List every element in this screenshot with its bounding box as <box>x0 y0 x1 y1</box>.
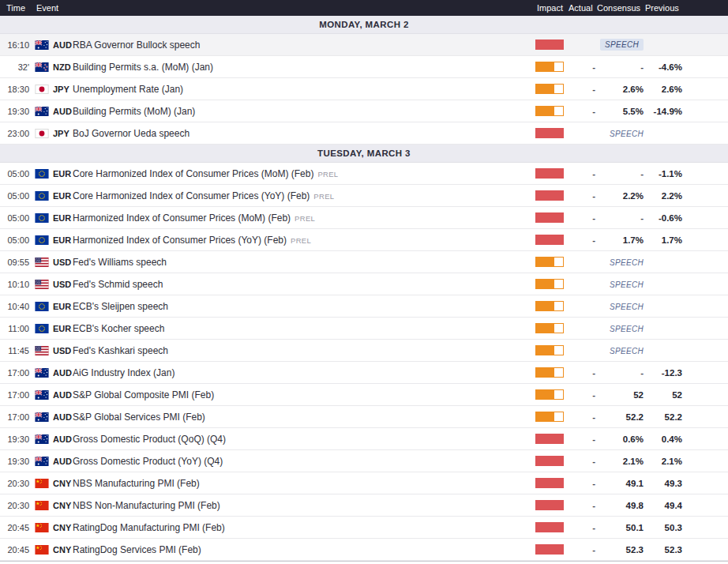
flag-icon-cny <box>35 479 49 488</box>
impact-cell <box>535 522 567 532</box>
event-time: 09:55 <box>0 258 35 267</box>
event-row[interactable]: 09:55USDFed's Williams speechSPEECH <box>0 251 728 273</box>
currency-cell: JPY <box>35 85 73 94</box>
impact-bar-high <box>535 478 564 488</box>
event-row[interactable]: 19:30AUDGross Domestic Product (YoY) (Q4… <box>0 450 728 472</box>
consensus-value: 2.2% <box>595 191 644 201</box>
event-row[interactable]: 11:45USDFed's Kashkari speechSPEECH <box>0 340 728 362</box>
event-time: 20:45 <box>0 545 35 555</box>
event-time: 17:00 <box>0 368 35 378</box>
event-name: Core Harmonized Index of Consumer Prices… <box>73 168 535 179</box>
event-row[interactable]: 20:30CNYNBS Manufacturing PMI (Feb)-49.1… <box>0 472 728 494</box>
currency-code: EUR <box>53 213 71 223</box>
impact-bar-medium <box>535 279 564 289</box>
flag-icon-eur <box>35 169 49 179</box>
currency-cell: EUR <box>35 213 73 223</box>
event-row[interactable]: 05:00EURHarmonized Index of Consumer Pri… <box>0 229 728 251</box>
event-row[interactable]: 16:10AUDRBA Governor Bullock speechSPEEC… <box>0 34 728 56</box>
event-row[interactable]: 20:30CNYNBS Non-Manufacturing PMI (Feb)-… <box>0 494 728 517</box>
event-name: Gross Domestic Product (QoQ) (Q4) <box>73 434 535 445</box>
event-time: 23:00 <box>0 129 35 138</box>
consensus-value: SPEECH <box>595 324 644 333</box>
previous-value: 49.4 <box>644 501 682 510</box>
flag-icon-eur <box>35 302 49 311</box>
flag-icon-aud <box>35 412 49 422</box>
currency-code: EUR <box>53 191 71 201</box>
event-row[interactable]: 19:30AUDBuilding Permits (MoM) (Jan)-5.5… <box>0 100 728 122</box>
event-time: 05:00 <box>0 191 35 201</box>
flag-icon-cny <box>35 545 49 555</box>
table-bottom-border <box>0 561 728 562</box>
impact-cell <box>535 412 567 422</box>
currency-cell: EUR <box>35 302 73 311</box>
currency-cell: EUR <box>35 235 73 245</box>
impact-cell <box>535 212 567 223</box>
column-header-time: Time <box>0 3 35 13</box>
event-row[interactable]: 19:30AUDGross Domestic Product (QoQ) (Q4… <box>0 428 728 450</box>
preliminary-tag: PREL <box>295 214 315 223</box>
event-name: Harmonized Index of Consumer Prices (YoY… <box>73 235 535 246</box>
preliminary-tag: PREL <box>317 170 338 179</box>
currency-code: EUR <box>53 324 71 333</box>
calendar-body: MONDAY, MARCH 216:10AUDRBA Governor Bull… <box>0 16 728 561</box>
event-row[interactable]: 05:00EURCore Harmonized Index of Consume… <box>0 163 728 185</box>
event-time: 19:30 <box>0 457 35 466</box>
event-row[interactable]: 17:00AUDS&P Global Services PMI (Feb)-52… <box>0 406 728 428</box>
previous-value: 49.3 <box>644 479 682 488</box>
flag-icon-aud <box>35 390 49 400</box>
impact-bar-high <box>535 168 564 179</box>
day-header: TUESDAY, MARCH 3 <box>0 145 728 163</box>
event-row[interactable]: 11:00EURECB's Kocher speechSPEECH <box>0 318 728 340</box>
impact-bar-medium <box>535 257 564 267</box>
event-time: 05:00 <box>0 169 35 179</box>
impact-cell <box>535 279 567 289</box>
event-row[interactable]: 17:00AUDAiG Industry Index (Jan)---12.3 <box>0 362 728 384</box>
previous-value: 52 <box>644 390 682 400</box>
currency-cell: EUR <box>35 169 73 179</box>
speech-label: SPEECH <box>610 325 644 333</box>
impact-bar-high <box>535 522 564 532</box>
previous-value: 2.2% <box>644 191 682 201</box>
event-time: 20:30 <box>0 479 35 488</box>
consensus-value: 0.6% <box>595 434 644 444</box>
speech-label: SPEECH <box>610 280 644 289</box>
event-time: 20:45 <box>0 523 35 532</box>
event-time: 11:45 <box>0 346 35 355</box>
flag-icon-aud <box>35 434 49 444</box>
event-row[interactable]: 18:30JPYUnemployment Rate (Jan)-2.6%2.6% <box>0 78 728 100</box>
flag-icon-aud <box>35 368 49 378</box>
event-row[interactable]: 05:00EURCore Harmonized Index of Consume… <box>0 185 728 207</box>
event-row[interactable]: 10:10USDFed's Schmid speechSPEECH <box>0 273 728 295</box>
economic-calendar: Time Event Impact Actual Consensus Previ… <box>0 0 728 564</box>
event-row[interactable]: 32'NZDBuilding Permits s.a. (MoM) (Jan)-… <box>0 56 728 78</box>
previous-value: -14.9% <box>644 107 682 116</box>
event-row[interactable]: 23:00JPYBoJ Governor Ueda speechSPEECH <box>0 122 728 145</box>
event-row[interactable]: 20:45CNYRatingDog Services PMI (Feb)-52.… <box>0 539 728 561</box>
event-time: 20:30 <box>0 501 35 510</box>
event-name: NBS Non-Manufacturing PMI (Feb) <box>73 500 535 511</box>
currency-cell: CNY <box>35 545 73 555</box>
column-header-consensus: Consensus <box>595 3 644 13</box>
currency-code: NZD <box>53 62 71 72</box>
event-time: 17:00 <box>0 390 35 400</box>
previous-value: 0.4% <box>644 434 682 444</box>
event-row[interactable]: 17:00AUDS&P Global Composite PMI (Feb)-5… <box>0 384 728 406</box>
flag-icon-cny <box>35 501 49 510</box>
event-name: Fed's Kashkari speech <box>73 345 535 356</box>
currency-code: AUD <box>53 457 72 466</box>
currency-code: JPY <box>53 129 69 138</box>
currency-cell: AUD <box>35 390 73 400</box>
impact-cell <box>535 257 567 267</box>
currency-code: CNY <box>53 479 71 488</box>
consensus-value: SPEECH <box>595 258 644 267</box>
event-row[interactable]: 10:40EURECB's Sleijpen speechSPEECH <box>0 295 728 318</box>
event-row[interactable]: 20:45CNYRatingDog Manufacturing PMI (Feb… <box>0 517 728 539</box>
impact-cell <box>535 367 567 378</box>
flag-icon-jpy <box>35 85 49 94</box>
event-row[interactable]: 05:00EURHarmonized Index of Consumer Pri… <box>0 207 728 229</box>
consensus-value: SPEECH <box>595 302 644 311</box>
event-time: 19:30 <box>0 107 35 116</box>
day-header-label: MONDAY, MARCH 2 <box>319 20 409 29</box>
actual-value: - <box>567 107 595 116</box>
currency-cell: JPY <box>35 129 73 138</box>
